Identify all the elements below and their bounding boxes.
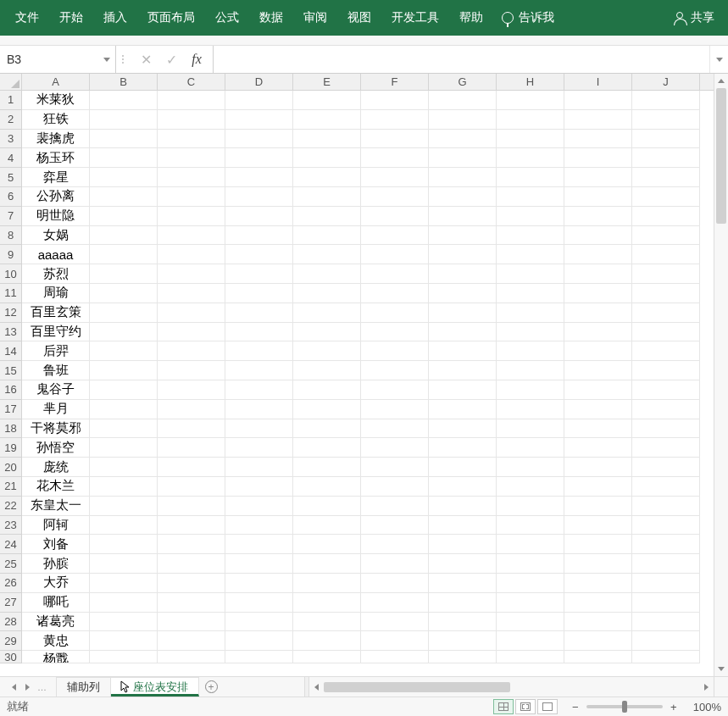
- cell[interactable]: [361, 130, 429, 149]
- cell[interactable]: [225, 477, 293, 497]
- cell[interactable]: [429, 187, 497, 207]
- vertical-scrollbar[interactable]: [714, 74, 728, 676]
- row-header[interactable]: 23: [0, 516, 22, 536]
- cell[interactable]: [632, 110, 700, 130]
- cell[interactable]: [564, 380, 632, 400]
- col-header-e[interactable]: E: [293, 74, 361, 90]
- cell[interactable]: [564, 651, 632, 663]
- cell[interactable]: [90, 458, 158, 477]
- cell[interactable]: [429, 477, 497, 497]
- row-header[interactable]: 7: [0, 207, 22, 226]
- col-header-j[interactable]: J: [632, 74, 700, 90]
- cell[interactable]: [361, 497, 429, 516]
- hscroll-thumb[interactable]: [324, 682, 510, 692]
- cell[interactable]: [564, 438, 632, 458]
- row-header[interactable]: 8: [0, 226, 22, 246]
- cell[interactable]: [158, 187, 225, 207]
- cell[interactable]: [564, 631, 632, 651]
- cell[interactable]: [429, 438, 497, 458]
- cell[interactable]: [361, 226, 429, 246]
- cell[interactable]: 孙膑: [22, 554, 90, 574]
- cell[interactable]: [158, 554, 225, 574]
- cell[interactable]: [90, 284, 158, 303]
- cell[interactable]: [497, 574, 564, 593]
- cell[interactable]: [361, 110, 429, 130]
- cell[interactable]: [90, 110, 158, 130]
- cell[interactable]: [361, 245, 429, 264]
- cell[interactable]: [429, 207, 497, 226]
- vscroll-track[interactable]: [714, 88, 728, 662]
- row-header[interactable]: 15: [0, 361, 22, 380]
- cell[interactable]: [90, 323, 158, 342]
- cell[interactable]: [90, 419, 158, 439]
- cell[interactable]: [293, 400, 361, 419]
- cell[interactable]: 百里玄策: [22, 303, 90, 323]
- cell[interactable]: [429, 148, 497, 168]
- cell[interactable]: [497, 284, 564, 303]
- cell[interactable]: [90, 593, 158, 613]
- formula-bar-expand[interactable]: [709, 46, 728, 73]
- row-header[interactable]: 27: [0, 593, 22, 613]
- cell[interactable]: [158, 264, 225, 284]
- cell[interactable]: [361, 380, 429, 400]
- zoom-percent[interactable]: 100%: [693, 701, 721, 713]
- cell[interactable]: 干将莫邪: [22, 419, 90, 439]
- cell[interactable]: [497, 438, 564, 458]
- cell[interactable]: [632, 226, 700, 246]
- name-box[interactable]: [0, 46, 98, 73]
- cell[interactable]: [564, 497, 632, 516]
- cell[interactable]: [497, 613, 564, 632]
- ribbon-tab-file[interactable]: 文件: [5, 2, 49, 34]
- cell[interactable]: [158, 613, 225, 632]
- cell[interactable]: [564, 91, 632, 110]
- cell[interactable]: 花木兰: [22, 477, 90, 497]
- cell[interactable]: [497, 380, 564, 400]
- cell[interactable]: [158, 400, 225, 419]
- cell[interactable]: [361, 284, 429, 303]
- cell[interactable]: [361, 477, 429, 497]
- cell[interactable]: [632, 477, 700, 497]
- name-box-dropdown[interactable]: [98, 58, 115, 62]
- row-header[interactable]: 3: [0, 130, 22, 149]
- cell[interactable]: [632, 400, 700, 419]
- cell[interactable]: 女娲: [22, 226, 90, 246]
- cell[interactable]: [497, 593, 564, 613]
- cell[interactable]: [225, 497, 293, 516]
- cell[interactable]: [564, 130, 632, 149]
- cell[interactable]: [158, 361, 225, 380]
- cell[interactable]: [429, 341, 497, 361]
- cell[interactable]: [361, 264, 429, 284]
- row-header[interactable]: 18: [0, 419, 22, 439]
- sheet-nav-more[interactable]: …: [37, 682, 47, 692]
- row-header[interactable]: 6: [0, 187, 22, 207]
- cell[interactable]: [361, 303, 429, 323]
- cell[interactable]: 杨玉环: [22, 148, 90, 168]
- cell[interactable]: [564, 303, 632, 323]
- cell[interactable]: [564, 613, 632, 632]
- cell[interactable]: [225, 91, 293, 110]
- cell[interactable]: [225, 419, 293, 439]
- cell[interactable]: [293, 187, 361, 207]
- cell[interactable]: [293, 516, 361, 536]
- cell[interactable]: 苏烈: [22, 264, 90, 284]
- cell[interactable]: [497, 535, 564, 554]
- cell[interactable]: [293, 593, 361, 613]
- cell[interactable]: [361, 187, 429, 207]
- cell[interactable]: [497, 516, 564, 536]
- cell[interactable]: [429, 245, 497, 264]
- zoom-slider[interactable]: [586, 705, 663, 708]
- cell[interactable]: 诸葛亮: [22, 613, 90, 632]
- formula-bar-grip[interactable]: [116, 46, 130, 73]
- ribbon-tab-formulas[interactable]: 公式: [205, 2, 249, 34]
- scroll-down-button[interactable]: [714, 662, 728, 676]
- cell[interactable]: [497, 187, 564, 207]
- cell[interactable]: [632, 593, 700, 613]
- cell[interactable]: [158, 458, 225, 477]
- cell[interactable]: [632, 245, 700, 264]
- cell[interactable]: [632, 535, 700, 554]
- cell[interactable]: [158, 226, 225, 246]
- cell[interactable]: [632, 130, 700, 149]
- cell[interactable]: [497, 458, 564, 477]
- cell[interactable]: [564, 284, 632, 303]
- cell[interactable]: 鬼谷子: [22, 380, 90, 400]
